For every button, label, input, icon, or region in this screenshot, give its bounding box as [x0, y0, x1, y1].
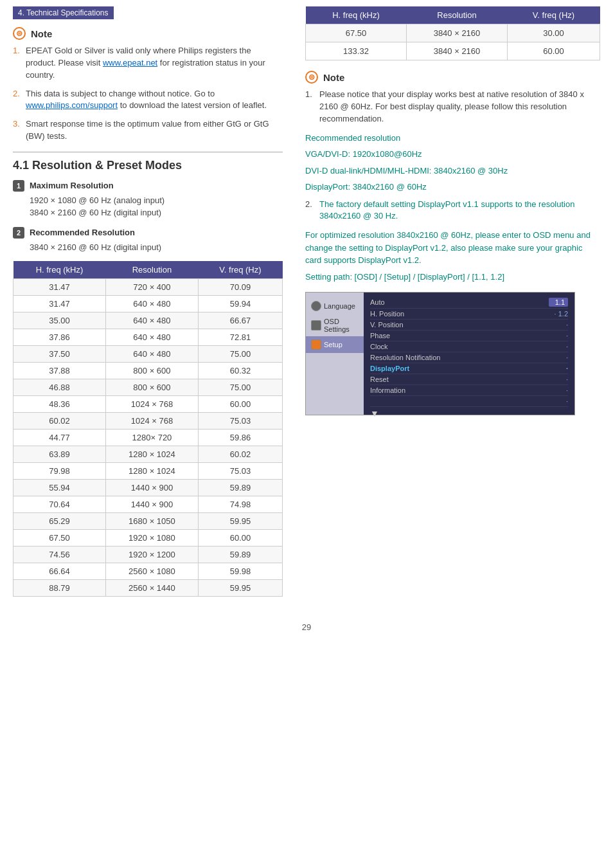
table-cell: 59.86 [198, 429, 282, 446]
table-cell: 72.81 [198, 329, 282, 346]
table-row: 88.792560 × 144059.95 [13, 580, 283, 597]
table-row: 55.941440 × 90059.89 [13, 480, 283, 496]
table-cell: 800 × 600 [105, 379, 198, 396]
note-icon-left: ⊜ [13, 27, 26, 40]
table-cell: 70.09 [198, 279, 282, 296]
section-41-title: 4.1 Resolution & Preset Modes [13, 159, 283, 172]
table-cell: 67.50 [306, 24, 407, 42]
philips-link[interactable]: www.philips.com/support [26, 100, 118, 110]
max-resolution-title: 1 Maximum Resolution [13, 180, 283, 192]
table-row: 133.323840 × 216060.00 [306, 42, 600, 60]
table-cell: 63.89 [13, 446, 106, 463]
table-row: 37.50640 × 48075.00 [13, 346, 283, 363]
table-cell: 35.00 [13, 312, 106, 329]
right-top-table: H. freq (kHz) Resolution V. freq (Hz) 67… [305, 6, 600, 60]
preset-modes-table: H. freq (kHz) Resolution V. freq (Hz) 31… [13, 261, 283, 597]
table-cell: 1680 × 1050 [105, 513, 198, 530]
left-note-title: ⊜ Note [13, 27, 283, 40]
table-cell: 1440 × 900 [105, 496, 198, 513]
table-cell: 31.47 [13, 279, 106, 296]
table-row: 65.291680 × 105059.95 [13, 513, 283, 530]
table-row: 37.88800 × 60060.32 [13, 363, 283, 379]
note-item-2: 2. This data is subject to change withou… [13, 88, 283, 113]
table-cell: 37.86 [13, 329, 106, 346]
table-row: 46.88800 × 60075.00 [13, 379, 283, 396]
table-cell: 88.79 [13, 580, 106, 597]
osd-sidebar-language: Language [306, 298, 364, 314]
epeat-link[interactable]: www.epeat.net [103, 58, 157, 68]
right-note-list-2: 2. The factory default setting DisplayPo… [305, 199, 600, 223]
table-row: 67.501920 × 108060.00 [13, 530, 283, 547]
col-vfreq: V. freq (Hz) [198, 261, 282, 279]
col-resolution: Resolution [105, 261, 198, 279]
table-cell: 2560 × 1440 [105, 580, 198, 597]
rec-resolution-block: 2 Recommended Resolution 3840 × 2160 @ 6… [13, 227, 283, 254]
page-number: 29 [0, 610, 613, 638]
table-cell: 59.89 [198, 547, 282, 563]
osd-menu-reset: Reset · [370, 374, 568, 385]
table-cell: 74.98 [198, 496, 282, 513]
table-cell: 59.95 [198, 580, 282, 597]
table-cell: 1024 × 768 [105, 413, 198, 429]
right-col-hfreq: H. freq (kHz) [306, 6, 407, 24]
table-cell: 60.00 [507, 42, 600, 60]
table-cell: 2560 × 1080 [105, 563, 198, 580]
table-cell: 75.03 [198, 463, 282, 480]
table-cell: 60.02 [13, 413, 106, 429]
dots-icon [311, 301, 321, 311]
right-col-vfreq: V. freq (Hz) [507, 6, 600, 24]
table-cell: 37.88 [13, 363, 106, 379]
table-cell: 1920 × 1200 [105, 547, 198, 563]
right-col-res: Resolution [407, 6, 508, 24]
table-cell: 3840 × 2160 [407, 42, 508, 60]
right-note-title: ⊜ Note [305, 71, 600, 84]
table-cell: 30.00 [507, 24, 600, 42]
table-cell: 59.89 [198, 480, 282, 496]
table-cell: 44.77 [13, 429, 106, 446]
table-cell: 640 × 480 [105, 312, 198, 329]
table-cell: 46.88 [13, 379, 106, 396]
table-cell: 75.03 [198, 413, 282, 429]
optimized-text: For optimized resolution 3840x2160 @ 60H… [305, 229, 600, 267]
table-row: 74.561920 × 120059.89 [13, 547, 283, 563]
table-row: 44.771280× 72059.86 [13, 429, 283, 446]
table-cell: 60.32 [198, 363, 282, 379]
table-cell: 59.94 [198, 296, 282, 312]
table-cell: 55.94 [13, 480, 106, 496]
table-cell: 800 × 600 [105, 363, 198, 379]
osd-menu-clock: Clock · [370, 341, 568, 352]
table-cell: 70.64 [13, 496, 106, 513]
table-cell: 640 × 480 [105, 346, 198, 363]
table-cell: 59.95 [198, 513, 282, 530]
table-row: 31.47640 × 48059.94 [13, 296, 283, 312]
table-cell: 65.29 [13, 513, 106, 530]
table-cell: 31.47 [13, 296, 106, 312]
vga-line: VGA/DVI-D: 1920x1080@60Hz [305, 148, 600, 161]
osd-inner: Language OSD Settings Setup Auto [306, 293, 574, 415]
table-row: 35.00640 × 48066.67 [13, 312, 283, 329]
left-note-section: ⊜ Note 1. EPEAT Gold or Silver is valid … [13, 27, 283, 143]
max-resolution-block: 1 Maximum Resolution 1920 × 1080 @ 60 Hz… [13, 180, 283, 219]
gear-icon [311, 339, 321, 350]
table-cell: 3840 × 2160 [407, 24, 508, 42]
osd-menu-hpos: H. Position · 1.2 [370, 309, 568, 320]
osd-scroll-down: ▼ [370, 407, 568, 419]
dp-line: DisplayPort: 3840x2160 @ 60Hz [305, 181, 600, 194]
table-row: 66.642560 × 108059.98 [13, 563, 283, 580]
col-hfreq: H. freq (kHz) [13, 261, 106, 279]
table-cell: 79.98 [13, 463, 106, 480]
osd-sidebar-setup: Setup [306, 336, 364, 353]
table-cell: 640 × 480 [105, 329, 198, 346]
section-divider [13, 152, 283, 152]
osd-menu-vpos: V. Position · [370, 320, 568, 330]
table-cell: 720 × 400 [105, 279, 198, 296]
osd-menu-content: Auto 1.1 H. Position · 1.2 V. Position ·… [364, 293, 574, 415]
max-resolution-content: 1920 × 1080 @ 60 Hz (analog input) 3840 … [13, 194, 283, 219]
table-cell: 60.02 [198, 446, 282, 463]
note-icon-right: ⊜ [305, 71, 318, 84]
table-cell: 1280 × 1024 [105, 446, 198, 463]
table-row: 67.503840 × 216030.00 [306, 24, 600, 42]
right-note-item-1: 1. Please notice that your display works… [305, 89, 600, 125]
table-row: 60.021024 × 76875.03 [13, 413, 283, 429]
table-cell: 60.00 [198, 396, 282, 413]
